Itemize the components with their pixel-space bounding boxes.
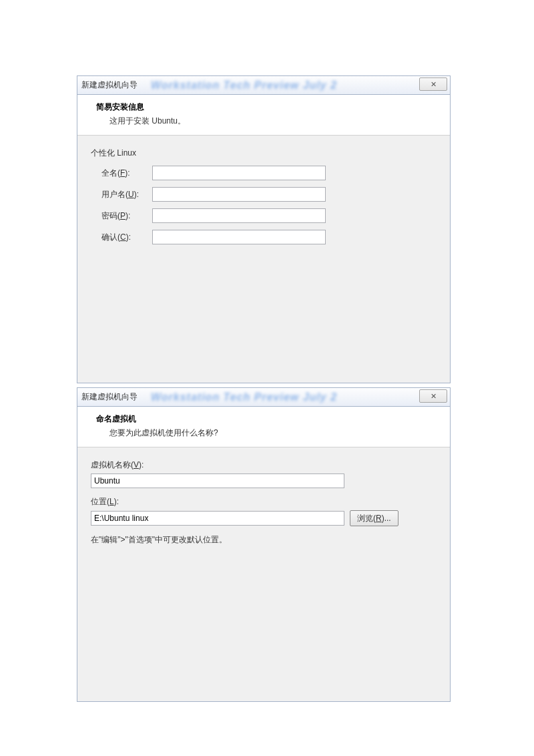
wizard-content: 虚拟机名称(V): 位置(L): 浏览(R)... 在"编辑">"首选项"中可更… bbox=[77, 447, 450, 701]
wizard-step-title: 命名虚拟机 bbox=[96, 413, 437, 425]
wizard-content: 个性化 Linux 全名(F): 用户名(U): 密码(P): 确认(C): bbox=[77, 136, 450, 383]
close-button[interactable]: ✕ bbox=[419, 77, 447, 91]
location-row: 浏览(R)... bbox=[91, 510, 437, 526]
confirm-row: 确认(C): bbox=[91, 230, 437, 244]
location-hint: 在"编辑">"首选项"中可更改默认位置。 bbox=[91, 534, 437, 546]
close-icon: ✕ bbox=[431, 392, 437, 401]
close-button[interactable]: ✕ bbox=[419, 389, 447, 403]
fullname-row: 全名(F): bbox=[91, 166, 437, 180]
new-vm-wizard-dialog-1: 新建虚拟机向导 Workstation Tech Preview July 2 … bbox=[77, 75, 451, 383]
wizard-step-description: 您要为此虚拟机使用什么名称? bbox=[96, 427, 437, 439]
vmname-group: 虚拟机名称(V): bbox=[91, 459, 437, 488]
password-label: 密码(P): bbox=[101, 210, 152, 222]
dialog-body: 命名虚拟机 您要为此虚拟机使用什么名称? 虚拟机名称(V): 位置(L): 浏览… bbox=[77, 406, 451, 702]
new-vm-wizard-dialog-2: 新建虚拟机向导 Workstation Tech Preview July 2 … bbox=[77, 387, 451, 702]
window-title: 新建虚拟机向导 bbox=[81, 79, 138, 91]
password-row: 密码(P): bbox=[91, 208, 437, 223]
titlebar: 新建虚拟机向导 Workstation Tech Preview July 2 … bbox=[77, 387, 451, 406]
fullname-input[interactable] bbox=[152, 166, 326, 180]
location-label: 位置(L): bbox=[91, 496, 437, 508]
confirm-input[interactable] bbox=[152, 230, 326, 244]
password-input[interactable] bbox=[152, 208, 326, 223]
location-input[interactable] bbox=[91, 511, 344, 526]
wizard-step-description: 这用于安装 Ubuntu。 bbox=[96, 116, 437, 127]
window-title: 新建虚拟机向导 bbox=[81, 391, 138, 403]
personalize-label: 个性化 Linux bbox=[91, 148, 437, 159]
dialog-body: 简易安装信息 这用于安装 Ubuntu。 个性化 Linux 全名(F): 用户… bbox=[77, 94, 451, 383]
close-icon: ✕ bbox=[431, 80, 437, 89]
browse-button[interactable]: 浏览(R)... bbox=[350, 510, 398, 526]
username-input[interactable] bbox=[152, 187, 326, 202]
username-row: 用户名(U): bbox=[91, 187, 437, 202]
wizard-header: 简易安装信息 这用于安装 Ubuntu。 bbox=[77, 95, 450, 136]
titlebar: 新建虚拟机向导 Workstation Tech Preview July 2 … bbox=[77, 75, 451, 94]
wizard-header: 命名虚拟机 您要为此虚拟机使用什么名称? bbox=[77, 407, 450, 447]
wizard-step-title: 简易安装信息 bbox=[96, 102, 437, 113]
vmname-label: 虚拟机名称(V): bbox=[91, 459, 437, 471]
confirm-label: 确认(C): bbox=[101, 232, 152, 243]
location-group: 位置(L): 浏览(R)... bbox=[91, 496, 437, 526]
titlebar-background-text: Workstation Tech Preview July 2 bbox=[151, 389, 417, 405]
titlebar-background-text: Workstation Tech Preview July 2 bbox=[151, 77, 417, 93]
username-label: 用户名(U): bbox=[101, 189, 152, 200]
vmname-input[interactable] bbox=[91, 474, 344, 488]
fullname-label: 全名(F): bbox=[101, 168, 152, 179]
